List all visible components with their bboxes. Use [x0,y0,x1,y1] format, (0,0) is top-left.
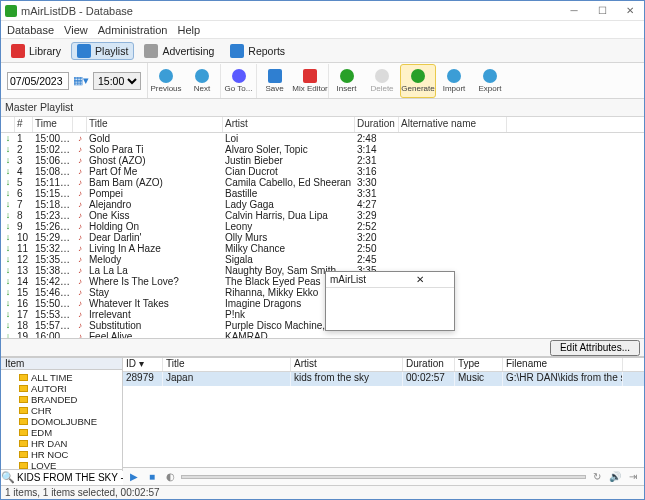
play-button[interactable]: ▶ [127,470,141,484]
tree-node-label: EDM [31,427,52,438]
col-altname[interactable]: Alternative name [399,117,507,132]
playlist-row[interactable]: ↓1215:35:48♪MelodySigala2:45 [1,254,644,265]
row-title: Melody [87,254,223,265]
loop-button[interactable]: ↻ [590,470,604,484]
mixeditor-button[interactable]: Mix Editor [292,64,328,98]
gcol-artist[interactable]: Artist [291,358,403,371]
music-icon: ♪ [73,177,87,188]
playlist-row[interactable]: ↓715:18:50♪AlejandroLady Gaga4:27 [1,199,644,210]
edit-attributes-button[interactable]: Edit Attributes... [550,340,640,356]
col-icon[interactable] [1,117,15,132]
tab-library-label: Library [29,45,61,57]
col-artist[interactable]: Artist [223,117,355,132]
gcol-filename[interactable]: Filename [503,358,623,371]
playlist-row[interactable]: ↓315:06:01♪Ghost (AZO)Justin Bieber2:31 [1,155,644,166]
playlist-row[interactable]: ↓1815:57:26♪SubstitutionPurple Disco Mac… [1,320,644,331]
playlist-row[interactable]: ↓1315:38:33♪La La LaNaughty Boy, Sam Smi… [1,265,644,276]
goto-button[interactable]: Go To... [220,64,256,98]
col-num[interactable]: # [15,117,33,132]
row-num: 13 [15,265,33,276]
playlist-row[interactable]: ↓415:08:33♪Part Of MeCian Ducrot3:16 [1,166,644,177]
next-button[interactable]: Next [184,64,220,98]
folder-icon [19,385,28,392]
folder-icon [19,451,28,458]
close-button[interactable]: ✕ [616,1,644,21]
folder-tree[interactable]: ALL TIMEAUTORIBRANDEDCHRDOMOLJUBNEEDMHR … [1,370,122,469]
playlist-row[interactable]: ↓1916:00:24♪Feel AliveKAMRAD [1,331,644,338]
playlist-row[interactable]: ↓215:02:47♪Solo Para TiAlvaro Soler, Top… [1,144,644,155]
gcol-id[interactable]: ID ▾ [123,358,163,371]
tab-advertising[interactable]: Advertising [138,42,220,60]
row-altname [399,221,507,232]
col-duration[interactable]: Duration [355,117,399,132]
col-time[interactable]: Time [33,117,73,132]
insert-button[interactable]: Insert [328,64,364,98]
playlist-row[interactable]: ↓1715:53:39♪IrrelevantP!nk3:46 [1,309,644,320]
menubar: Database View Administration Help [1,21,644,39]
row-duration [355,331,399,338]
grow-file: G:\HR DAN\kids from the sky - Japan.flac [503,372,623,386]
pfl-button[interactable]: ◐ [163,470,177,484]
minimize-button[interactable]: ─ [560,1,588,21]
row-num: 7 [15,199,33,210]
tab-playlist[interactable]: Playlist [71,42,134,60]
playlist-row[interactable]: ↓515:11:49♪Bam Bam (AZO)Camila Cabello, … [1,177,644,188]
stop-button[interactable]: ■ [145,470,159,484]
tree-node[interactable]: HR DAN [1,438,122,449]
playlist-row[interactable]: ↓1015:29:37♪Dear Darlin'Olly Murs3:20 [1,232,644,243]
menu-database[interactable]: Database [7,24,54,36]
playlist-row[interactable]: ↓915:26:45♪Holding OnLeony2:52 [1,221,644,232]
tab-library[interactable]: Library [5,42,67,60]
row-num: 1 [15,133,33,144]
playlist-row[interactable]: ↓1615:50:24♪Whatever It TakesImagine Dra… [1,298,644,309]
generate-button[interactable]: Generate [400,64,436,98]
col-title[interactable]: Title [87,117,223,132]
menu-view[interactable]: View [64,24,88,36]
maximize-button[interactable]: ☐ [588,1,616,21]
row-time: 16:00:24 [33,331,73,338]
tree-node[interactable]: HR NOC [1,449,122,460]
gcol-title[interactable]: Title [163,358,291,371]
tree-node[interactable]: ALL TIME [1,372,122,383]
seek-slider[interactable] [181,475,586,479]
gcol-type[interactable]: Type [455,358,503,371]
menu-help[interactable]: Help [177,24,200,36]
search-icon[interactable]: 🔍 [1,471,15,484]
import-button[interactable]: Import [436,64,472,98]
menu-administration[interactable]: Administration [98,24,168,36]
col-type[interactable] [73,117,87,132]
save-button[interactable]: Save [256,64,292,98]
tree-node[interactable]: AUTORI [1,383,122,394]
to-end-button[interactable]: ⇥ [626,470,640,484]
grow-artist: kids from the sky [291,372,403,386]
playlist-row[interactable]: ↓1415:42:08♪Where Is The Love?The Black … [1,276,644,287]
grid-row[interactable]: 28979 Japan kids from the sky 00:02:57 M… [123,372,644,386]
playlist-row[interactable]: ↓1115:32:57♪Living In A HazeMilky Chance… [1,243,644,254]
previous-button[interactable]: Previous [148,64,184,98]
hour-select[interactable]: 15:00 [93,72,141,90]
titlebar: mAirListDB - Database ─ ☐ ✕ [1,1,644,21]
tree-node[interactable]: DOMOLJUBNE [1,416,122,427]
playlist-row[interactable]: ↓815:23:16♪One KissCalvin Harris, Dua Li… [1,210,644,221]
tree-node[interactable]: LOVE [1,460,122,469]
gcol-duration[interactable]: Duration [403,358,455,371]
row-duration: 3:14 [355,144,399,155]
playlist-row[interactable]: ↓615:15:19♪PompeiBastille3:31 [1,188,644,199]
tree-node[interactable]: EDM [1,427,122,438]
delete-button[interactable]: Delete [364,64,400,98]
date-field[interactable] [7,72,69,90]
arrow-down-icon: ↓ [1,243,15,254]
tab-reports[interactable]: Reports [224,42,291,60]
tree-node[interactable]: CHR [1,405,122,416]
import-label: Import [443,84,466,93]
export-button[interactable]: Export [472,64,508,98]
calendar-icon[interactable]: ▦▾ [73,74,89,87]
popup-title: mAirList [330,274,390,285]
playlist-row[interactable]: ↓115:00:00♪GoldLoi2:48 [1,133,644,144]
row-time: 15:23:16 [33,210,73,221]
playlist-row[interactable]: ↓1515:46:34♪StayRihanna, Mikky Ekko3:50 [1,287,644,298]
popup-close-button[interactable]: ✕ [390,274,450,285]
volume-icon[interactable]: 🔊 [608,470,622,484]
tree-node[interactable]: BRANDED [1,394,122,405]
popup-dialog[interactable]: mAirList ✕ [325,271,455,331]
